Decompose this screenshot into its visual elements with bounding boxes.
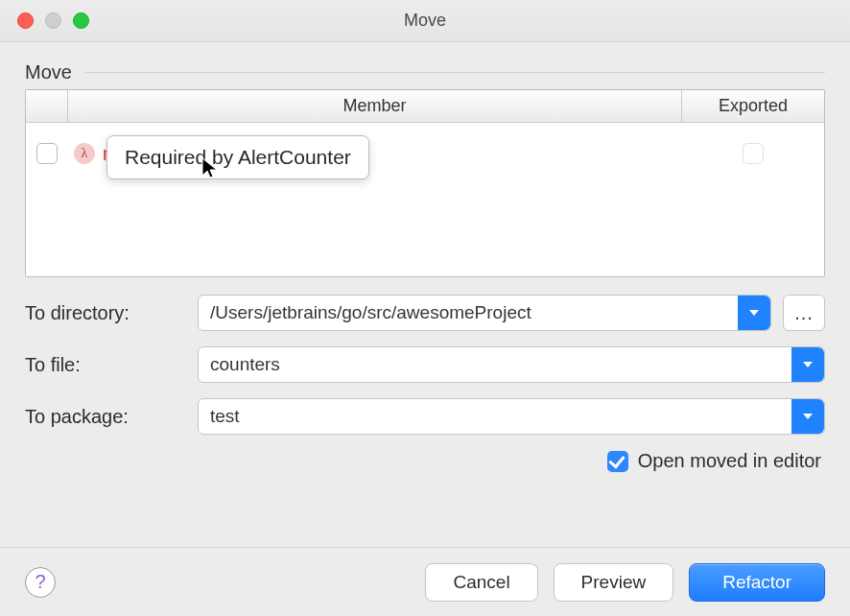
column-member: Member [68, 90, 682, 122]
cancel-button[interactable]: Cancel [425, 563, 537, 602]
column-select [26, 90, 68, 122]
mouse-cursor-icon [201, 156, 220, 181]
to-file-combo[interactable]: counters [198, 346, 825, 383]
lambda-icon: λ [74, 143, 95, 164]
open-in-editor-label: Open moved in editor [638, 450, 821, 472]
titlebar: Move [0, 0, 850, 42]
to-file-value: counters [210, 354, 280, 375]
to-directory-value: /Users/jetbrains/go/src/awesomeProject [210, 302, 531, 323]
to-package-label: To package: [25, 406, 198, 428]
members-table: Member Exported Required by AlertCounter… [25, 89, 825, 277]
tooltip: Required by AlertCounter [106, 135, 369, 179]
to-file-label: To file: [25, 354, 198, 376]
refactor-button[interactable]: Refactor [689, 563, 825, 602]
chevron-down-icon[interactable] [791, 399, 824, 434]
column-exported: Exported [682, 90, 824, 122]
to-package-value: test [210, 406, 240, 427]
chevron-down-icon[interactable] [738, 296, 770, 330]
dialog-footer: ? Cancel Preview Refactor [0, 547, 850, 616]
chevron-down-icon[interactable] [791, 347, 824, 382]
table-row[interactable]: Required by AlertCounter λ main [26, 132, 824, 175]
form: To directory: /Users/jetbrains/go/src/aw… [25, 295, 825, 472]
window-title: Move [0, 11, 850, 31]
to-directory-label: To directory: [25, 302, 198, 324]
row-exported-checkbox[interactable] [743, 143, 764, 164]
divider [85, 72, 825, 73]
to-package-combo[interactable]: test [198, 398, 825, 435]
section-title: Move [25, 61, 72, 83]
preview-button[interactable]: Preview [554, 563, 674, 602]
help-button[interactable]: ? [25, 567, 56, 598]
to-directory-combo[interactable]: /Users/jetbrains/go/src/awesomeProject [198, 295, 771, 331]
section-header: Move [25, 61, 825, 83]
open-in-editor-checkbox[interactable] [607, 451, 628, 472]
table-header: Member Exported [26, 90, 824, 123]
row-select-checkbox[interactable] [36, 143, 58, 164]
browse-directory-button[interactable]: ... [783, 295, 825, 331]
